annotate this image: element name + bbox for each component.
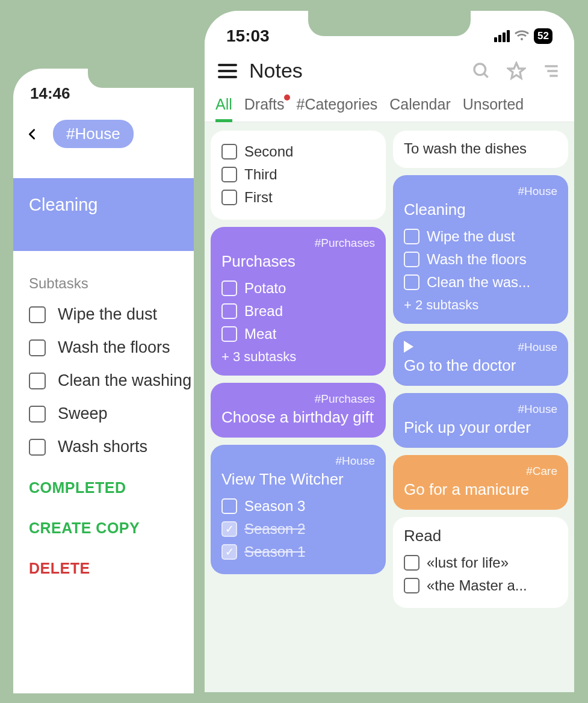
tab-calendar[interactable]: Calendar <box>389 96 450 122</box>
checkbox-icon[interactable] <box>29 306 46 323</box>
phone-front-frame: 15:03 52 Notes All Drafts #C <box>194 0 585 703</box>
card-title: Purchases <box>221 252 375 271</box>
notes-grid: Second Third First #Purchases Purchases … <box>205 122 574 692</box>
checkbox-icon[interactable] <box>221 144 237 159</box>
page-title: Notes <box>249 59 460 82</box>
notch <box>308 11 471 36</box>
sort-button[interactable] <box>542 61 561 81</box>
tab-unsorted[interactable]: Unsorted <box>463 96 524 122</box>
check-item: Third <box>244 166 277 183</box>
note-card-dishes[interactable]: To wash the dishes <box>393 131 568 168</box>
checkbox-icon[interactable] <box>221 190 237 205</box>
checkbox-icon[interactable] <box>221 167 237 182</box>
card-tag: #House <box>404 185 557 198</box>
svg-point-0 <box>474 64 486 75</box>
svg-line-1 <box>484 73 488 78</box>
subtask-label: Wash the floors <box>58 338 170 357</box>
note-card-witcher[interactable]: #House View The Witcher Season 3 Season … <box>211 445 386 574</box>
more-subtasks: + 3 subtasks <box>221 345 375 365</box>
check-item: Potato <box>244 280 286 297</box>
check-item: «the Master a... <box>427 577 527 594</box>
checkbox-icon[interactable] <box>221 326 237 342</box>
subtask-label: Wipe the dust <box>58 305 157 324</box>
search-icon <box>472 61 491 81</box>
checkbox-icon[interactable] <box>404 274 419 290</box>
grid-column-left: Second Third First #Purchases Purchases … <box>211 131 386 692</box>
note-card-gift[interactable]: #Purchases Choose a birthday gift <box>211 383 386 438</box>
back-button[interactable] <box>22 124 42 144</box>
note-card-purchases[interactable]: #Purchases Purchases Potato Bread Meat +… <box>211 227 386 376</box>
check-item: Season 1 <box>244 544 305 560</box>
category-tag[interactable]: #House <box>53 120 134 148</box>
note-card-manicure[interactable]: #Care Go for a manicure <box>393 455 568 510</box>
note-card[interactable]: Second Third First <box>211 131 386 220</box>
note-card-read[interactable]: Read «lust for life» «the Master a... <box>393 517 568 608</box>
card-title: Pick up your order <box>404 418 557 437</box>
checkbox-icon[interactable] <box>404 229 419 244</box>
check-item: Wipe the dust <box>427 228 515 245</box>
wifi-icon <box>515 26 529 46</box>
note-title: Cleaning <box>29 195 97 214</box>
more-subtasks: + 2 subtasks <box>404 294 557 313</box>
play-icon <box>404 341 413 353</box>
checkbox-icon[interactable] <box>221 280 237 296</box>
checkbox-icon[interactable] <box>221 498 237 514</box>
card-tag: #Purchases <box>221 392 375 406</box>
signal-icon <box>494 30 510 42</box>
notification-dot-icon <box>284 94 290 101</box>
card-title: Go for a manicure <box>404 480 557 499</box>
search-button[interactable] <box>472 61 491 81</box>
phone-front-screen: 15:03 52 Notes All Drafts #C <box>205 11 574 692</box>
checkbox-checked-icon[interactable] <box>221 544 237 560</box>
checkbox-icon[interactable] <box>29 373 46 389</box>
chevron-left-icon <box>25 126 39 143</box>
card-title: Choose a birthday gift <box>221 408 375 427</box>
tab-drafts[interactable]: Drafts <box>244 96 285 122</box>
subtask-label: Wash shorts <box>58 438 147 456</box>
tab-categories[interactable]: #Categories <box>296 96 377 122</box>
card-title: To wash the dishes <box>404 140 527 156</box>
checkbox-icon[interactable] <box>221 303 237 319</box>
card-title: View The Witcher <box>221 470 375 489</box>
checkbox-icon[interactable] <box>404 555 419 571</box>
check-item: Meat <box>244 326 276 342</box>
checkbox-icon[interactable] <box>29 339 46 356</box>
card-tag: #House <box>404 403 557 416</box>
notch <box>88 69 208 88</box>
note-card-order[interactable]: #House Pick up your order <box>393 393 568 448</box>
check-item: Clean the was... <box>427 274 530 291</box>
checkbox-icon[interactable] <box>29 406 46 423</box>
check-item: Season 3 <box>244 498 305 515</box>
check-item: «lust for life» <box>427 554 509 571</box>
sort-icon <box>542 61 561 81</box>
check-item: Season 2 <box>244 521 305 537</box>
battery-icon: 52 <box>534 28 552 44</box>
card-tag: #House <box>221 454 375 468</box>
app-header: Notes <box>205 49 574 91</box>
checkbox-icon[interactable] <box>29 439 46 456</box>
check-item: Bread <box>244 303 283 320</box>
star-icon <box>507 61 526 81</box>
note-card-doctor[interactable]: #House Go to the doctor <box>393 331 568 386</box>
checkbox-icon[interactable] <box>404 578 419 593</box>
subtask-label: Sweep <box>58 404 108 423</box>
check-item: Second <box>244 143 293 160</box>
note-card-cleaning[interactable]: #House Cleaning Wipe the dust Wash the f… <box>393 175 568 324</box>
check-item: First <box>244 189 273 206</box>
status-time: 15:03 <box>226 26 270 46</box>
favorite-button[interactable] <box>507 61 526 81</box>
card-tag: #Purchases <box>221 237 375 250</box>
menu-button[interactable] <box>218 64 237 78</box>
card-title: Go to the doctor <box>404 356 557 375</box>
card-title: Cleaning <box>404 200 557 219</box>
tabs-bar: All Drafts #Categories Calendar Unsorted <box>205 91 574 122</box>
check-item: Wash the floors <box>427 251 527 268</box>
subtask-label: Clean the washing <box>58 371 191 390</box>
card-tag: #Care <box>404 465 557 478</box>
card-title: Read <box>404 527 557 545</box>
grid-column-right: To wash the dishes #House Cleaning Wipe … <box>393 131 568 692</box>
checkbox-checked-icon[interactable] <box>221 521 237 537</box>
card-tag: #House <box>518 341 558 354</box>
tab-all[interactable]: All <box>215 96 232 122</box>
checkbox-icon[interactable] <box>404 252 419 267</box>
